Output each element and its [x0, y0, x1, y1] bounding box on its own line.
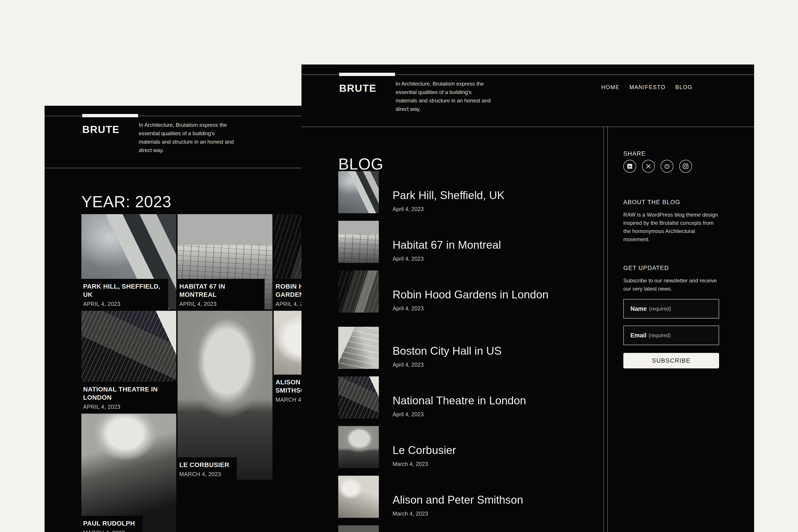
share-label: SHARE — [623, 150, 646, 157]
nav-item-manifesto[interactable]: MANIFESTO — [629, 84, 665, 91]
national-theatre-thumbnail[interactable] — [338, 376, 379, 418]
blog-post-item: Le CorbusierMarch 4, 2023 — [338, 426, 595, 468]
post-title[interactable]: National Theatre in London — [393, 393, 526, 408]
park-hill-thumbnail[interactable] — [338, 171, 379, 213]
post-title[interactable]: Robin Hood Gardens in London — [393, 287, 548, 302]
archive-card-caption: LE CORBUSIERMARCH 4, 2023 — [177, 457, 237, 480]
national-theatre-image — [81, 311, 176, 382]
archive-card-caption: NATIONAL THEATRE IN LONDONAPRIL 4, 2023 — [81, 382, 168, 412]
post-date: April 4, 2023 — [393, 255, 501, 262]
le-corbusier-thumbnail[interactable] — [338, 426, 379, 468]
name-field[interactable]: Name (required) — [623, 299, 719, 319]
nav-item-home[interactable]: HOME — [601, 84, 620, 91]
post-text: Park Hill, Sheffield, UKApril 4, 2023 — [393, 188, 505, 212]
post-text: National Theatre in LondonApril 4, 2023 — [393, 393, 526, 418]
post-title[interactable]: Park Hill, Sheffield, UK — [393, 188, 505, 203]
archive-card-title[interactable]: PAUL RUDOLPH — [83, 519, 135, 528]
post-title[interactable]: Alison and Peter Smithson — [393, 493, 523, 507]
about-text: RAW is a WordPress blog theme design ins… — [623, 211, 721, 243]
nav-item-blog[interactable]: BLOG — [676, 84, 692, 91]
le-corbusier-image — [177, 311, 272, 480]
archive-title: YEAR: 2023 — [81, 193, 171, 211]
post-text: Boston City Hall in USApril 4, 2023 — [393, 344, 501, 368]
logo-accent-bar — [339, 73, 395, 76]
post-text: Habitat 67 in MontrealApril 4, 2023 — [393, 238, 501, 262]
post-text: Alison and Peter SmithsonMarch 4, 2023 — [393, 493, 523, 517]
sidebar-divider-outer — [603, 127, 604, 532]
blog-post-item: Boston City Hall in USApril 4, 2023 — [338, 327, 595, 369]
svg-text:in: in — [628, 165, 631, 168]
blog-post-item: Habitat 67 in MontrealApril 4, 2023 — [338, 221, 595, 263]
linkedin-icon[interactable]: in — [623, 160, 636, 173]
site-logo[interactable]: BRUTE — [82, 124, 119, 135]
post-date: April 4, 2023 — [393, 411, 526, 418]
blog-post-item: Robin Hood Gardens in LondonApril 4, 202… — [338, 270, 595, 312]
main-nav: HOMEMANIFESTOBLOG — [601, 84, 692, 91]
site-tagline: In Architecture, Brutalism express the e… — [139, 121, 236, 154]
archive-card-date: MARCH 4, 2023 — [179, 471, 229, 477]
archive-card[interactable]: NATIONAL THEATRE IN LONDONAPRIL 4, 2023 — [81, 311, 176, 412]
site-logo[interactable]: BRUTE — [339, 82, 376, 94]
email-field-required: (required) — [649, 332, 671, 339]
logo-accent-bar — [82, 114, 138, 117]
email-field-label: Email — [630, 332, 646, 339]
post-title[interactable]: Boston City Hall in US — [393, 344, 501, 358]
alison-smithson-thumbnail[interactable] — [338, 476, 379, 518]
post-text: Robin Hood Gardens in LondonApril 4, 202… — [393, 287, 548, 312]
archive-card-date: APRIL 4, 2023 — [83, 301, 161, 307]
get-updated-label: GET UPDATED — [623, 265, 669, 271]
boston-city-hall-thumbnail[interactable] — [338, 327, 379, 369]
archive-card[interactable]: PAUL RUDOLPHMARCH 4, 2023 — [81, 414, 176, 532]
name-field-required: (required) — [649, 306, 671, 312]
mastodon-icon[interactable] — [661, 160, 673, 173]
archive-card-date: APRIL 4, 2023 — [83, 404, 161, 410]
archive-column: HABITAT 67 IN MONTREALAPRIL 4, 2023LE CO… — [177, 214, 272, 532]
archive-card-date: MARCH 4, 2023 — [83, 530, 135, 532]
archive-card-title[interactable]: HABITAT 67 IN MONTREAL — [179, 282, 257, 299]
post-title[interactable]: Habitat 67 in Montreal — [393, 238, 501, 252]
archive-card[interactable]: LE CORBUSIERMARCH 4, 2023 — [177, 311, 272, 480]
archive-column: PARK HILL, SHEFFIELD, UKAPRIL 4, 2023NAT… — [81, 214, 176, 532]
blog-title: BLOG — [338, 155, 383, 173]
blog-post-list: Park Hill, Sheffield, UKApril 4, 2023Hab… — [338, 171, 595, 532]
x-icon[interactable] — [642, 160, 655, 173]
sidebar-divider-inner — [607, 127, 608, 532]
archive-card-title[interactable]: PARK HILL, SHEFFIELD, UK — [83, 282, 161, 299]
post-date: April 4, 2023 — [393, 305, 548, 312]
name-field-label: Name — [630, 305, 647, 312]
post-date: April 4, 2023 — [393, 362, 501, 368]
archive-card-caption: PARK HILL, SHEFFIELD, UKAPRIL 4, 2023 — [81, 279, 168, 309]
about-label: ABOUT THE BLOG — [623, 199, 680, 206]
share-icons: in — [623, 160, 692, 173]
blog-post-item — [338, 525, 595, 532]
post-text: Le CorbusierMarch 4, 2023 — [393, 443, 456, 467]
archive-card[interactable]: HABITAT 67 IN MONTREALAPRIL 4, 2023 — [177, 214, 272, 309]
paul-rudolph-image — [81, 414, 176, 532]
archive-card-caption: HABITAT 67 IN MONTREALAPRIL 4, 2023 — [177, 279, 264, 309]
blog-post-item: National Theatre in LondonApril 4, 2023 — [338, 376, 595, 418]
archive-card[interactable]: PARK HILL, SHEFFIELD, UKAPRIL 4, 2023 — [81, 214, 176, 309]
blog-post-item: Park Hill, Sheffield, UKApril 4, 2023 — [338, 171, 595, 213]
robin-hood-thumbnail[interactable] — [338, 270, 379, 312]
post-date: March 4, 2023 — [393, 511, 523, 517]
blog-page-window: BRUTE In Architecture, Brutalism express… — [302, 64, 754, 532]
post-date: March 4, 2023 — [393, 461, 456, 467]
archive-card-date: APRIL 4, 2023 — [179, 301, 257, 307]
group-photo-thumbnail[interactable] — [338, 525, 379, 532]
archive-card-caption: PAUL RUDOLPHMARCH 4, 2023 — [81, 516, 142, 532]
post-date: April 4, 2023 — [393, 206, 505, 212]
habitat-67-thumbnail[interactable] — [338, 221, 379, 263]
email-field[interactable]: Email (required) — [623, 326, 719, 345]
instagram-icon[interactable] — [679, 160, 692, 173]
subscribe-button[interactable]: SUBSCRIBE — [623, 353, 719, 368]
post-title[interactable]: Le Corbusier — [393, 443, 456, 458]
archive-card-title[interactable]: NATIONAL THEATRE IN LONDON — [83, 385, 161, 402]
newsletter-text: Subscribe to our newsletter and receive … — [623, 277, 721, 293]
site-tagline: In Architecture, Brutalism express the e… — [396, 80, 493, 113]
archive-card-title[interactable]: LE CORBUSIER — [179, 461, 229, 469]
site-header: BRUTE In Architecture, Brutalism express… — [302, 64, 754, 127]
blog-post-item: Alison and Peter SmithsonMarch 4, 2023 — [338, 476, 595, 518]
